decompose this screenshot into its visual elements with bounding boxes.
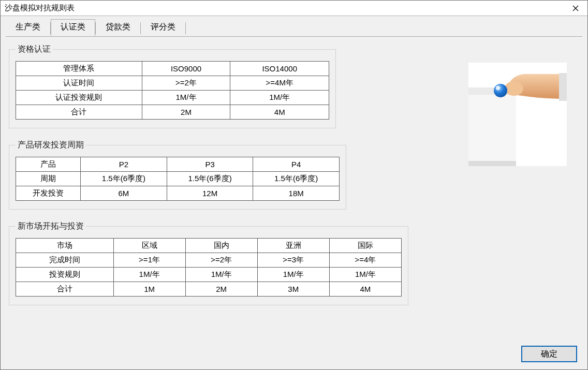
svg-point-7: [496, 86, 500, 90]
tab-scoring[interactable]: 评分类: [141, 19, 185, 36]
cell: 国内: [185, 239, 257, 253]
svg-rect-3: [468, 87, 516, 166]
svg-rect-9: [468, 161, 516, 166]
cell: 认证时间: [16, 76, 142, 91]
cell: 1M/年: [142, 91, 230, 105]
table-row: 管理体系 ISO9000 ISO14000: [16, 62, 329, 76]
cell: 1M/年: [230, 91, 329, 105]
cell: 2M: [142, 105, 230, 120]
cell: 完成时间: [16, 253, 114, 268]
table-rnd: 产品 P2 P3 P4 周期 1.5年(6季度) 1.5年(6季度) 1.5年(…: [16, 157, 340, 201]
tab-content: 资格认证 管理体系 ISO9000 ISO14000 认证时间 >=2年 >=4…: [6, 36, 582, 353]
cell: 1.5年(6季度): [253, 172, 340, 186]
group-market: 新市场开拓与投资 市场 区域 国内 亚洲 国际 完成时间 >=1年 >=2年 >…: [9, 221, 408, 305]
table-row: 开发投资 6M 12M 18M: [16, 186, 340, 201]
cell: 周期: [16, 172, 81, 186]
cell: 12M: [167, 186, 253, 201]
cell: ISO9000: [142, 62, 230, 76]
cell: 4M: [329, 282, 401, 297]
table-row: 产品 P2 P3 P4: [16, 157, 340, 172]
svg-rect-8: [559, 73, 567, 101]
svg-point-5: [505, 81, 523, 96]
table-row: 投资规则 1M/年 1M/年 1M/年 1M/年: [16, 268, 402, 282]
cell: 18M: [253, 186, 340, 201]
cell: >=4年: [329, 253, 401, 268]
cell: 市场: [16, 239, 114, 253]
group-qualification: 资格认证 管理体系 ISO9000 ISO14000 认证时间 >=2年 >=4…: [9, 44, 336, 128]
cell: 区域: [113, 239, 185, 253]
cell: 认证投资规则: [16, 91, 142, 105]
table-row: 合计 2M 4M: [16, 105, 329, 120]
svg-point-6: [494, 84, 507, 97]
cell: >=1年: [113, 253, 185, 268]
table-row: 市场 区域 国内 亚洲 国际: [16, 239, 402, 253]
table-qualification: 管理体系 ISO9000 ISO14000 认证时间 >=2年 >=4M年 认证…: [16, 61, 329, 120]
cell: P2: [81, 157, 167, 172]
cell: 1.5年(6季度): [81, 172, 167, 186]
table-row: 认证投资规则 1M/年 1M/年: [16, 91, 329, 105]
cell: >=2年: [185, 253, 257, 268]
cell: 2M: [185, 282, 257, 297]
tab-loan[interactable]: 贷款类: [96, 19, 140, 36]
titlebar: 沙盘模拟对抗规则表: [1, 1, 587, 16]
cell: 1M/年: [185, 268, 257, 282]
group-qualification-legend: 资格认证: [16, 44, 53, 55]
cell: 合计: [16, 282, 114, 297]
cell: >=3年: [257, 253, 329, 268]
table-row: 周期 1.5年(6季度) 1.5年(6季度) 1.5年(6季度): [16, 172, 340, 186]
cell: 产品: [16, 157, 81, 172]
group-rnd: 产品研发投资周期 产品 P2 P3 P4 周期 1.5年(6季度) 1.5年(6…: [9, 140, 346, 210]
cell: 亚洲: [257, 239, 329, 253]
tab-production[interactable]: 生产类: [6, 19, 50, 36]
cell: 3M: [257, 282, 329, 297]
cell: 1M/年: [329, 268, 401, 282]
window-title: 沙盘模拟对抗规则表: [5, 3, 75, 13]
cell: 投资规则: [16, 268, 114, 282]
cell: 管理体系: [16, 62, 142, 76]
table-row: 合计 1M 2M 3M 4M: [16, 282, 402, 297]
tab-certification[interactable]: 认证类: [51, 19, 95, 36]
ok-button[interactable]: 确定: [521, 346, 577, 362]
table-market: 市场 区域 国内 亚洲 国际 完成时间 >=1年 >=2年 >=3年 >=4年 …: [16, 238, 402, 297]
cell: 1M: [113, 282, 185, 297]
cell: P4: [253, 157, 340, 172]
close-icon: [572, 5, 579, 11]
close-button[interactable]: [564, 1, 587, 16]
table-row: 认证时间 >=2年 >=4M年: [16, 76, 329, 91]
cell: 1.5年(6季度): [167, 172, 253, 186]
cell: 6M: [81, 186, 167, 201]
cell: 1M/年: [113, 268, 185, 282]
table-row: 完成时间 >=1年 >=2年 >=3年 >=4年: [16, 253, 402, 268]
cell: >=4M年: [230, 76, 329, 91]
group-rnd-legend: 产品研发投资周期: [16, 140, 86, 151]
cell: 4M: [230, 105, 329, 120]
cell: >=2年: [142, 76, 230, 91]
cell: ISO14000: [230, 62, 329, 76]
cell: 1M/年: [257, 268, 329, 282]
illustration-image: [468, 63, 567, 166]
cell: 开发投资: [16, 186, 81, 201]
cell: P3: [167, 157, 253, 172]
cell: 国际: [329, 239, 401, 253]
cell: 合计: [16, 105, 142, 120]
tab-bar: 生产类 认证类 贷款类 评分类: [1, 16, 587, 36]
group-market-legend: 新市场开拓与投资: [16, 221, 86, 232]
